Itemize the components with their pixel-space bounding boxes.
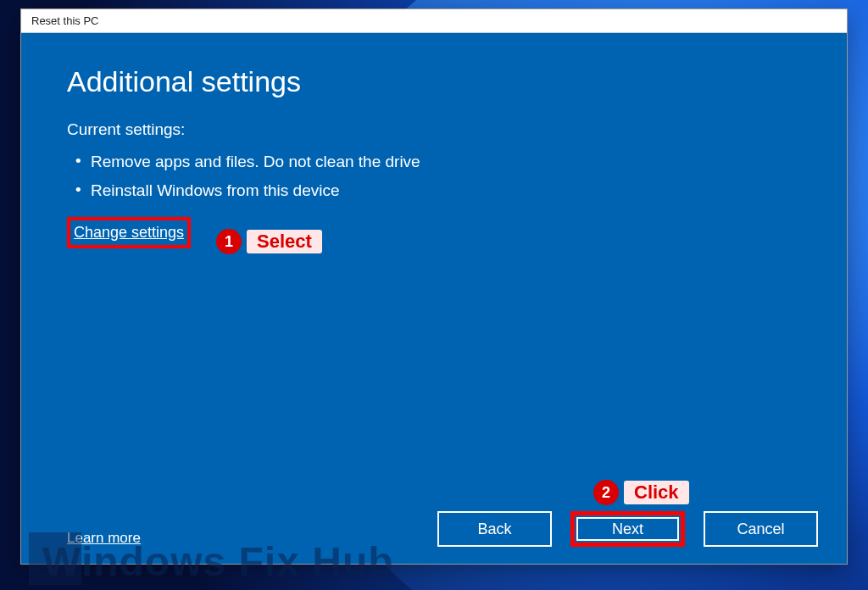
back-button-label: Back [477,520,511,538]
page-heading: Additional settings [67,65,801,98]
list-item: Reinstall Windows from this device [72,176,801,205]
dialog-body: Additional settings Current settings: Re… [21,33,847,564]
watermark-block [29,532,81,585]
bottom-row: Learn more Back Next Cancel [67,511,818,547]
current-settings-label: Current settings: [67,120,801,139]
settings-list: Remove apps and files. Do not clean the … [67,148,801,205]
reset-pc-dialog: Reset this PC Additional settings Curren… [20,8,848,565]
next-button[interactable]: Next [570,511,685,547]
change-settings-link[interactable]: Change settings [67,217,191,248]
cancel-button[interactable]: Cancel [704,511,818,547]
back-button[interactable]: Back [437,511,552,547]
titlebar[interactable]: Reset this PC [21,9,847,33]
dialog-title: Reset this PC [31,14,98,27]
list-item: Remove apps and files. Do not clean the … [72,148,801,176]
next-button-label: Next [612,520,643,538]
cancel-button-label: Cancel [737,520,784,538]
